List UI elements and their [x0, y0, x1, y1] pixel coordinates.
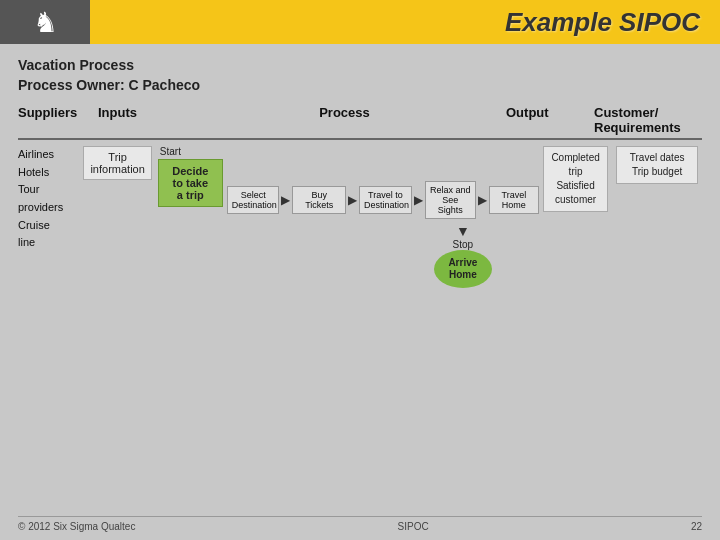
decide-box: Decide to take a trip — [158, 159, 223, 207]
start-label: Start — [160, 146, 539, 157]
down-arrow-icon: ▼ — [456, 223, 470, 239]
suppliers-column: Airlines Hotels Tour providers Cruise li… — [18, 146, 83, 288]
requirements-box: Travel dates Trip budget — [616, 146, 698, 184]
main-content: Vacation Process Process Owner: C Pachec… — [0, 44, 720, 540]
step-select-dest: SelectDestination — [227, 186, 280, 214]
arrow-3: ▶ — [413, 193, 424, 207]
footer-sipoc-label: SIPOC — [398, 521, 429, 532]
sipoc-body-row: Airlines Hotels Tour providers Cruise li… — [18, 140, 702, 288]
col-header-output: Output — [506, 105, 594, 135]
output-box: Completed trip Satisfied customer — [543, 146, 608, 212]
step-travel-home: TravelHome — [489, 186, 539, 214]
requirements-column: Travel dates Trip budget — [612, 146, 702, 288]
supplier-line: line — [18, 234, 83, 252]
supplier-cruise: Cruise — [18, 217, 83, 235]
step-relax: Relax andSee Sights — [425, 181, 476, 219]
logo-area: ♞ — [0, 0, 90, 44]
header-bar: ♞ Example SIPOC — [0, 0, 720, 44]
col-header-process: Process — [183, 105, 506, 135]
sipoc-table: Suppliers Inputs Process Output Customer… — [18, 105, 702, 288]
arrow-2: ▶ — [347, 193, 358, 207]
col-header-inputs: Inputs — [98, 105, 183, 135]
arrow-4: ▶ — [477, 193, 488, 207]
supplier-tour: Tour — [18, 181, 83, 199]
step-travel-dest: Travel toDestination — [359, 186, 412, 214]
inputs-box: Trip information — [83, 146, 151, 180]
footer-page-number: 22 — [691, 521, 702, 532]
page-subtitle: Vacation Process Process Owner: C Pachec… — [18, 56, 702, 95]
arrow-1: ▶ — [280, 193, 291, 207]
step-buy-tickets: Buy Tickets — [292, 186, 346, 214]
stop-label: Stop — [453, 239, 474, 250]
sipoc-header-row: Suppliers Inputs Process Output Customer… — [18, 105, 702, 140]
supplier-hotels: Hotels — [18, 164, 83, 182]
page-title: Example SIPOC — [505, 7, 700, 38]
col-header-suppliers: Suppliers — [18, 105, 98, 135]
inputs-column: Trip information — [83, 146, 157, 288]
footer: © 2012 Six Sigma Qualtec SIPOC 22 — [18, 516, 702, 532]
chess-icon: ♞ — [33, 6, 58, 39]
col-header-customer-req: Customer/ Requirements — [594, 105, 702, 135]
supplier-airlines: Airlines — [18, 146, 83, 164]
supplier-providers: providers — [18, 199, 83, 217]
process-steps-flow: SelectDestination ▶ Buy Tickets ▶ Travel… — [227, 181, 539, 288]
process-column: Start Decide to take a trip SelectDestin… — [158, 146, 539, 288]
footer-copyright: © 2012 Six Sigma Qualtec — [18, 521, 135, 532]
output-column: Completed trip Satisfied customer — [539, 146, 612, 288]
arrive-home-btn: ArriveHome — [434, 250, 492, 288]
